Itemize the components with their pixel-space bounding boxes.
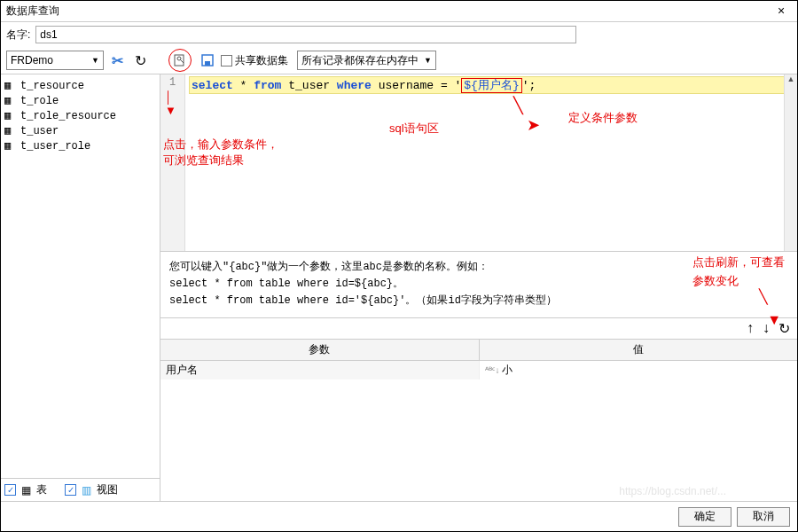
records-combo[interactable]: 所有记录都保存在内存中 ▼ (297, 51, 436, 70)
chevron-down-icon: ▼ (424, 56, 432, 65)
param-toolbar: ↑ ↓ ↻ (160, 318, 797, 339)
view-icon: ▥ (82, 484, 91, 497)
type-icon: ᴬᴮᶜ↓ (485, 365, 500, 375)
sql-line: select * from t_user where username = '$… (189, 76, 794, 94)
tree-item[interactable]: ▦t_role_resource (3, 108, 158, 123)
view-filter-label: 视图 (97, 482, 118, 497)
toolbar: FRDemo ▼ ✂ ↻ 共享数据集 所有记录都保存在内存中 ▼ (1, 47, 797, 74)
name-label: 名字: (6, 27, 30, 43)
name-input[interactable] (35, 26, 576, 43)
param-table: 参数 值 用户名 ᴬᴮᶜ↓ 小 (160, 339, 797, 501)
arrow-down-annotation: ╲ ▼ (759, 286, 781, 331)
table-icon: ▦ (21, 484, 31, 497)
table-icon: ▦ (4, 79, 17, 92)
chevron-down-icon: ▼ (91, 56, 99, 65)
share-label: 共享数据集 (235, 53, 288, 68)
view-filter-checkbox[interactable]: ✓ (65, 484, 76, 496)
share-checkbox[interactable]: 共享数据集 (221, 53, 288, 68)
footer: 确定 取消 (1, 501, 797, 531)
param-table-header: 参数 值 (160, 340, 797, 361)
table-tree: ▦t_resource ▦t_role ▦t_role_resource ▦t_… (1, 74, 160, 478)
param-value-cell[interactable]: ᴬᴮᶜ↓ 小 (480, 361, 798, 379)
scissors-icon[interactable]: ✂ (107, 51, 127, 70)
save-icon[interactable] (198, 51, 217, 70)
table-filter-label: 表 (36, 482, 47, 497)
tree-item[interactable]: ▦t_user (3, 123, 158, 138)
preview-annotation: 点击，输入参数条件， 可浏览查询结果 (163, 137, 278, 168)
arrow-down-annotation: │▼ (165, 90, 176, 117)
vertical-scrollbar[interactable]: ▲ (784, 74, 797, 251)
arrow-right-annotation: ╲ ➤ (513, 96, 540, 135)
preview-button[interactable] (170, 51, 190, 70)
sidebar-filter-row: ✓ ▦ 表 ✓ ▥ 视图 (1, 478, 160, 501)
col-param: 参数 (160, 340, 480, 360)
table-icon: ▦ (4, 109, 17, 122)
close-icon[interactable]: × (771, 3, 792, 20)
records-combo-value: 所有记录都保存在内存中 (301, 53, 419, 68)
define-param-annotation: 定义条件参数 (568, 110, 638, 126)
table-icon: ▦ (4, 94, 17, 107)
svg-rect-3 (205, 61, 210, 66)
svg-point-1 (177, 57, 181, 60)
datasource-select[interactable]: FRDemo ▼ (6, 51, 104, 70)
titlebar: 数据库查询 × (1, 1, 797, 22)
param-row[interactable]: 用户名 ᴬᴮᶜ↓ 小 (160, 361, 797, 379)
cancel-button[interactable]: 取消 (737, 507, 790, 527)
tree-item[interactable]: ▦t_resource (3, 78, 158, 93)
checkbox-icon (221, 55, 232, 66)
main-area: 1 select * from t_user where username = … (160, 74, 797, 501)
scroll-up-icon[interactable]: ▲ (785, 74, 797, 88)
table-icon: ▦ (4, 124, 17, 137)
refresh-icon[interactable]: ↻ (130, 51, 150, 70)
line-number: 1 (160, 76, 184, 89)
table-filter-checkbox[interactable]: ✓ (4, 484, 16, 496)
preview-circle-annotation (168, 49, 192, 72)
hint-panel: 您可以键入"{abc}"做为一个参数，这里abc是参数的名称。例如： selec… (160, 252, 797, 318)
col-value: 值 (480, 340, 798, 360)
sql-textarea[interactable]: select * from t_user where username = '$… (185, 74, 797, 251)
datasource-value: FRDemo (11, 54, 53, 66)
hint-line: select * from table where id='${abc}'。（如… (169, 293, 788, 309)
move-up-icon[interactable]: ↑ (747, 320, 754, 337)
name-row: 名字: (1, 22, 797, 47)
table-icon: ▦ (4, 139, 17, 153)
tree-item[interactable]: ▦t_user_role (3, 138, 158, 153)
sql-area-annotation: sql语句区 (389, 121, 439, 137)
sql-editor: 1 select * from t_user where username = … (160, 74, 797, 252)
tree-item[interactable]: ▦t_role (3, 93, 158, 108)
param-name-cell: 用户名 (160, 361, 480, 379)
sidebar: ▦t_resource ▦t_role ▦t_role_resource ▦t_… (1, 74, 160, 501)
param-highlight: ${用户名} (461, 78, 521, 93)
ok-button[interactable]: 确定 (678, 507, 732, 527)
window-title: 数据库查询 (6, 4, 771, 19)
